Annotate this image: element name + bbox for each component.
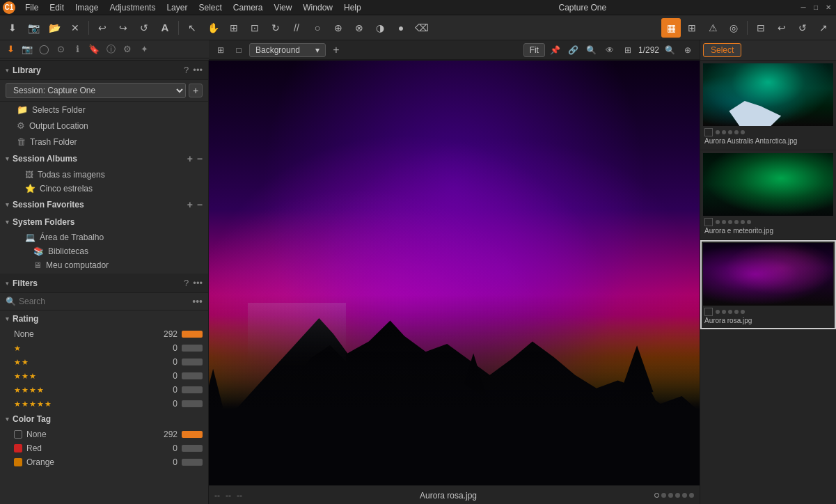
redo-undo-button[interactable]: ↪ — [113, 18, 133, 38]
info2-icon[interactable]: ⓘ — [103, 42, 118, 57]
info-icon[interactable]: ℹ — [70, 42, 85, 57]
crop-tool[interactable]: ⊞ — [224, 18, 244, 38]
eye-icon[interactable]: 👁 — [602, 42, 617, 58]
selects-folder-item[interactable]: 📁 Selects Folder — [0, 102, 208, 118]
close-button[interactable]: ✕ — [823, 3, 833, 13]
adjustment-panel-button[interactable]: ▦ — [661, 18, 681, 38]
settings-icon[interactable]: ⚙ — [120, 42, 135, 57]
single-view-icon[interactable]: □ — [231, 42, 246, 58]
todas-imagens-item[interactable]: 🖼 Todas as imagens — [0, 168, 208, 182]
filmstrip-checkbox-3[interactable] — [704, 308, 713, 316]
camera-icon[interactable]: 📷 — [19, 42, 35, 57]
viewer[interactable] — [209, 61, 700, 485]
undo-button[interactable]: ↩ — [93, 18, 112, 38]
zoom-in-icon[interactable]: ⊕ — [680, 42, 695, 58]
session-albums-header[interactable]: ▾ Session Albums + − — [0, 150, 208, 168]
menu-adjustments[interactable]: Adjustments — [104, 1, 161, 14]
filmstrip-checkbox-1[interactable] — [704, 128, 713, 136]
burn-tool[interactable]: ● — [391, 18, 411, 38]
tether-button[interactable]: 📷 — [24, 18, 43, 38]
rating-group-header[interactable]: ▾ Rating — [0, 310, 208, 327]
compare-button[interactable]: ⊟ — [751, 18, 771, 38]
copy-adjustments-button[interactable]: ↺ — [793, 18, 812, 38]
bookmark-icon[interactable]: 🔖 — [86, 42, 102, 57]
warning-button[interactable]: ⚠ — [703, 18, 723, 38]
area-trabalho-item[interactable]: 💻 Área de Trabalho — [0, 230, 208, 244]
zoom-icon[interactable]: 🔍 — [584, 42, 599, 58]
bibliotecas-item[interactable]: 📚 Bibliotecas — [0, 244, 208, 258]
menu-edit[interactable]: Edit — [44, 1, 70, 14]
redo-button[interactable]: ↺ — [134, 18, 154, 38]
output-location-item[interactable]: ⚙ Output Location — [0, 118, 208, 134]
filters-help-icon[interactable]: ? — [184, 278, 189, 288]
library-section-header[interactable]: ▾ Library ? ••• — [0, 61, 208, 80]
pin-icon[interactable]: 📌 — [548, 42, 563, 58]
cinco-estrelas-item[interactable]: ⭐ Cinco estrelas — [0, 182, 208, 196]
text-button[interactable]: A — [155, 18, 175, 38]
trash-folder-item[interactable]: 🗑 Trash Folder — [0, 134, 208, 150]
adjust-icon[interactable]: ⊞ — [620, 42, 636, 58]
export-button[interactable]: ↗ — [814, 18, 833, 38]
menu-file[interactable]: File — [19, 1, 44, 14]
menu-window[interactable]: Window — [297, 1, 338, 14]
session-albums-minus-icon[interactable]: − — [197, 153, 203, 164]
straighten-tool[interactable]: ⊡ — [245, 18, 265, 38]
cursor-tool[interactable]: ↖ — [182, 18, 202, 38]
search-options-icon[interactable]: ••• — [192, 296, 203, 307]
loupe-button[interactable]: ◎ — [724, 18, 743, 38]
import-button[interactable]: ⬇ — [3, 18, 22, 38]
dodge-tool[interactable]: ◑ — [370, 18, 390, 38]
metadata-icon[interactable]: ⊙ — [53, 42, 68, 57]
link-icon[interactable]: 🔗 — [566, 42, 581, 58]
maximize-button[interactable]: □ — [811, 3, 821, 13]
viewer-dot-1[interactable] — [654, 493, 659, 498]
close-session-button[interactable]: ✕ — [65, 18, 85, 38]
warp-tool[interactable]: ↻ — [266, 18, 285, 38]
fit-button[interactable]: Fit — [523, 43, 545, 57]
menu-camera[interactable]: Camera — [228, 1, 269, 14]
erase-tool[interactable]: ⌫ — [412, 18, 432, 38]
menu-image[interactable]: Image — [70, 1, 104, 14]
library-icon[interactable]: ◯ — [36, 42, 52, 57]
minimize-button[interactable]: ─ — [798, 3, 808, 13]
grid-view-icon[interactable]: ⊞ — [213, 42, 228, 58]
filmstrip-item-3[interactable]: Aurora rosa.jpg — [700, 240, 836, 329]
filmstrip-item-2[interactable]: Aurora e meteorito.jpg — [700, 150, 836, 240]
filmstrip-checkbox-2[interactable] — [704, 218, 713, 226]
viewer-dot-3[interactable] — [668, 493, 673, 498]
search-view-icon[interactable]: 🔍 — [662, 42, 677, 58]
plugin-icon[interactable]: ✦ — [136, 42, 152, 57]
filters-menu-icon[interactable]: ••• — [193, 278, 203, 288]
import-icon[interactable]: ⬇ — [3, 42, 18, 57]
viewer-dot-4[interactable] — [675, 493, 680, 498]
transform-tool[interactable]: ○ — [308, 18, 327, 38]
add-view-icon[interactable]: + — [329, 42, 344, 58]
menu-view[interactable]: View — [269, 1, 298, 14]
middle-nav-button[interactable]: -- — [226, 491, 231, 501]
session-select[interactable]: Session: Capture One — [6, 83, 186, 98]
prev-nav-button[interactable]: -- — [214, 491, 220, 501]
viewer-dot-6[interactable] — [689, 493, 694, 498]
pan-tool[interactable]: ✋ — [203, 18, 223, 38]
system-folders-header[interactable]: ▾ System Folders — [0, 214, 208, 230]
menu-help[interactable]: Help — [338, 1, 367, 14]
clone-tool[interactable]: ⊕ — [329, 18, 348, 38]
session-add-button[interactable]: + — [189, 84, 203, 97]
library-menu-icon[interactable]: ••• — [193, 65, 203, 75]
grid-button[interactable]: ⊞ — [682, 18, 702, 38]
filters-section-header[interactable]: ▾ Filters ? ••• — [0, 274, 208, 293]
library-help-icon[interactable]: ? — [184, 65, 189, 75]
sync-button[interactable]: ↩ — [772, 18, 791, 38]
color-tag-group-header[interactable]: ▾ Color Tag — [0, 411, 208, 427]
viewer-dot-2[interactable] — [661, 493, 666, 498]
meu-computador-item[interactable]: 🖥 Meu computador — [0, 258, 208, 272]
filmstrip-item-1[interactable]: Aurora Australis Antarctica.jpg — [700, 61, 836, 150]
session-favorites-header[interactable]: ▾ Session Favorites + − — [0, 196, 208, 214]
session-button[interactable]: 📂 — [45, 18, 64, 38]
menu-select[interactable]: Select — [193, 1, 227, 14]
session-favorites-add-icon[interactable]: + — [187, 199, 193, 210]
healing-tool[interactable]: ⊗ — [349, 18, 369, 38]
keystone-tool[interactable]: // — [287, 18, 306, 38]
next-nav-button[interactable]: -- — [237, 491, 242, 501]
menu-layer[interactable]: Layer — [161, 1, 193, 14]
